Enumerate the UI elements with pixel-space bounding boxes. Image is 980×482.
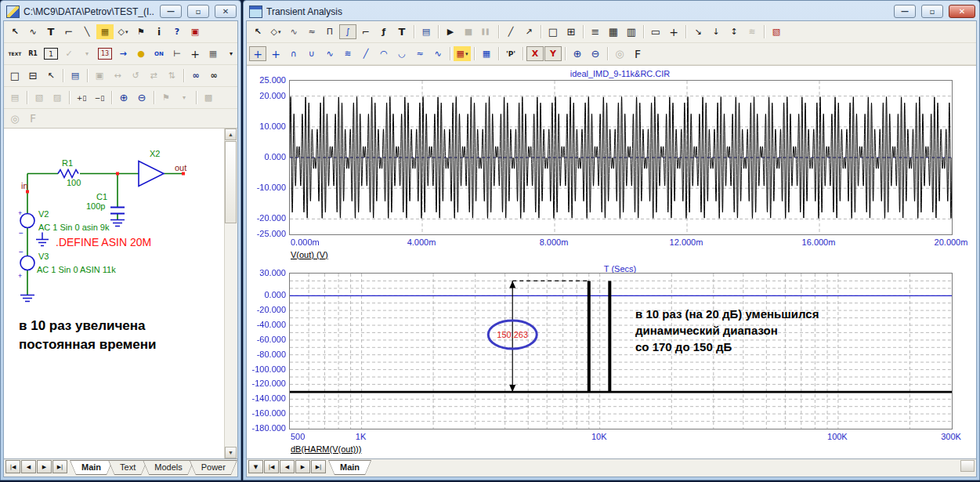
select-tool[interactable]: ↖ bbox=[6, 24, 24, 39]
component-mode-icon[interactable]: ▦ bbox=[96, 24, 114, 39]
y-range-icon[interactable]: Y bbox=[544, 46, 562, 61]
resistor-r1[interactable] bbox=[58, 170, 78, 178]
power-display-icon[interactable]: ● bbox=[132, 46, 150, 61]
maximize-button[interactable]: ▫ bbox=[921, 5, 943, 18]
schematic-titlebar[interactable]: C:\MC9\DATA\Petrov\TEST_(I... — ▫ ✕ bbox=[3, 2, 238, 20]
nav-button[interactable]: ◀ bbox=[21, 460, 36, 473]
numeric-output-icon[interactable]: ▦ bbox=[478, 46, 495, 61]
nav-button[interactable]: ◀ bbox=[280, 460, 295, 473]
data-grid-icon[interactable]: ⊞ bbox=[562, 24, 580, 39]
cursor-mode-icon[interactable]: ∫ bbox=[339, 24, 356, 39]
stripes-dense-icon[interactable]: ▦ bbox=[605, 24, 622, 39]
tag-y-icon[interactable]: ↓ bbox=[707, 24, 725, 39]
global-high-icon[interactable]: ◠ bbox=[375, 46, 392, 61]
zoom-in-icon[interactable]: ⊕ bbox=[569, 46, 586, 61]
minimize-button[interactable]: — bbox=[894, 5, 916, 18]
shapes-mode-icon-dropdown[interactable]: ▾ bbox=[125, 29, 128, 35]
grid-icon[interactable]: ▦ bbox=[204, 46, 222, 61]
add-page-icon[interactable]: +▯ bbox=[73, 90, 90, 105]
font-icon[interactable]: F bbox=[629, 46, 646, 61]
nav-button[interactable]: ▶| bbox=[311, 460, 326, 473]
rectangle-select-icon[interactable]: □ bbox=[6, 68, 24, 83]
shapes-mode-icon-dropdown[interactable]: ▾ bbox=[278, 29, 281, 35]
line-mode-icon[interactable]: ╲ bbox=[78, 24, 96, 39]
find-component-icon[interactable]: ∞ bbox=[187, 68, 204, 83]
schematic-canvas[interactable]: + − − + bbox=[4, 128, 237, 458]
schematic-vertical-scrollbar[interactable]: ▲ ▼ bbox=[224, 129, 237, 458]
text-mode-icon[interactable]: T bbox=[393, 24, 410, 39]
properties-icon[interactable]: ▤ bbox=[67, 68, 84, 83]
source-v3[interactable]: − + bbox=[18, 248, 34, 280]
page-tab-main[interactable]: Main bbox=[70, 460, 113, 475]
split-window-icon[interactable]: ⊟ bbox=[24, 68, 42, 83]
node-voltage-icon[interactable]: ⊢ bbox=[168, 46, 186, 61]
state-display-icon[interactable]: ON bbox=[150, 46, 168, 61]
shapes-mode-icon[interactable]: ◇▾ bbox=[114, 24, 132, 39]
stripes-sparse-icon[interactable]: ▥ bbox=[623, 24, 640, 39]
properties-icon[interactable]: ▤ bbox=[418, 24, 435, 39]
nav-button[interactable]: ▶| bbox=[52, 460, 67, 473]
cursor-left-icon[interactable]: + bbox=[249, 46, 266, 61]
line-point-icon[interactable]: ↗ bbox=[520, 24, 537, 39]
text-stamp-icon[interactable]: TEXT bbox=[6, 46, 24, 61]
node-numbers-icon[interactable]: 1 bbox=[44, 48, 58, 60]
scroll-down-button[interactable]: ▼ bbox=[225, 447, 237, 458]
scope-colors-icon[interactable]: ▧ bbox=[768, 24, 785, 39]
pick-mode-icon[interactable]: ↖ bbox=[42, 68, 60, 83]
x-range-icon[interactable]: X bbox=[526, 46, 544, 61]
go-to-low-icon[interactable]: ≋ bbox=[339, 46, 356, 61]
help-mode-icon[interactable]: ? bbox=[168, 24, 186, 39]
wire-mode-icon[interactable]: ∿ bbox=[24, 24, 42, 39]
spectrum-plot[interactable]: 150.263 bbox=[289, 273, 953, 429]
periodic-steady-state-icon[interactable]: 'P' bbox=[502, 46, 519, 61]
nav-button[interactable]: ◀ bbox=[237, 460, 238, 473]
cursor-right-icon[interactable]: + bbox=[267, 46, 284, 61]
zoom-in-icon[interactable]: ⊕ bbox=[115, 90, 132, 105]
minimize-button[interactable]: — bbox=[160, 5, 182, 18]
shapes-mode-icon[interactable]: ◇▾ bbox=[267, 24, 284, 39]
scroll-up-button[interactable]: ▲ bbox=[225, 129, 237, 140]
transient-plot[interactable] bbox=[289, 80, 953, 235]
nav-button[interactable]: |◀ bbox=[5, 460, 20, 473]
text-mode-icon[interactable]: T bbox=[42, 24, 60, 39]
pin-connections-icon[interactable]: + bbox=[186, 46, 204, 61]
go-to-valley-icon[interactable]: ∪ bbox=[303, 46, 320, 61]
analysis-titlebar[interactable]: Transient Analysis — ▫ ✕ bbox=[246, 2, 977, 20]
axes-icon[interactable]: + bbox=[665, 24, 682, 39]
scope-mode-icon[interactable]: ∿ bbox=[285, 24, 302, 39]
envelope-icon[interactable]: ≈ bbox=[303, 24, 320, 39]
page-tab-text[interactable]: Text bbox=[108, 460, 147, 475]
waveform-canvas[interactable] bbox=[290, 81, 952, 234]
nav-button[interactable]: |◀ bbox=[264, 460, 279, 473]
stripes-horizontal-icon[interactable]: ≡ bbox=[587, 24, 604, 39]
maximize-button[interactable]: ▫ bbox=[187, 5, 209, 18]
find-icon[interactable]: ∞ bbox=[205, 68, 222, 83]
go-to-peak-icon[interactable]: ∩ bbox=[285, 46, 302, 61]
sample-hold-icon[interactable]: П bbox=[321, 24, 338, 39]
last-component-icon[interactable]: R1 bbox=[24, 46, 42, 61]
page-tab-models[interactable]: Models bbox=[143, 460, 193, 475]
page-tab-power[interactable]: Power bbox=[190, 460, 237, 475]
select-region-icon[interactable]: □ bbox=[544, 24, 562, 39]
go-to-slope-icon[interactable]: ╱ bbox=[357, 46, 374, 61]
go-to-branch-icon[interactable]: ∿ bbox=[429, 46, 447, 61]
value-display-icon[interactable]: 13 bbox=[98, 48, 112, 60]
close-button[interactable]: ✕ bbox=[949, 5, 975, 18]
current-display-icon[interactable]: → bbox=[114, 46, 132, 61]
function-wave-icon[interactable]: ƒ bbox=[375, 24, 392, 39]
single-panel-icon[interactable]: ▭ bbox=[647, 24, 664, 39]
grid-dd-icon[interactable]: ▾ bbox=[222, 46, 238, 61]
global-low-icon[interactable]: ◡ bbox=[393, 46, 410, 61]
remove-page-icon[interactable]: −▯ bbox=[91, 90, 108, 105]
page-tab-main[interactable]: Main bbox=[328, 460, 371, 475]
tag-xy-icon[interactable]: ↕ bbox=[725, 24, 743, 39]
select-tool[interactable]: ↖ bbox=[249, 24, 266, 39]
go-to-inflection-icon[interactable]: ≈ bbox=[411, 46, 429, 61]
zoom-out-icon[interactable]: ⊖ bbox=[133, 90, 150, 105]
opamp-x2[interactable] bbox=[139, 161, 164, 187]
tag-format-icon[interactable]: ⌐ bbox=[357, 24, 374, 39]
source-v2[interactable]: + − bbox=[18, 209, 34, 237]
line-tool-icon[interactable]: ╱ bbox=[502, 24, 519, 39]
zoom-out-icon[interactable]: ⊖ bbox=[587, 46, 604, 61]
ortho-wire-mode-icon[interactable]: ⌐ bbox=[60, 24, 78, 39]
